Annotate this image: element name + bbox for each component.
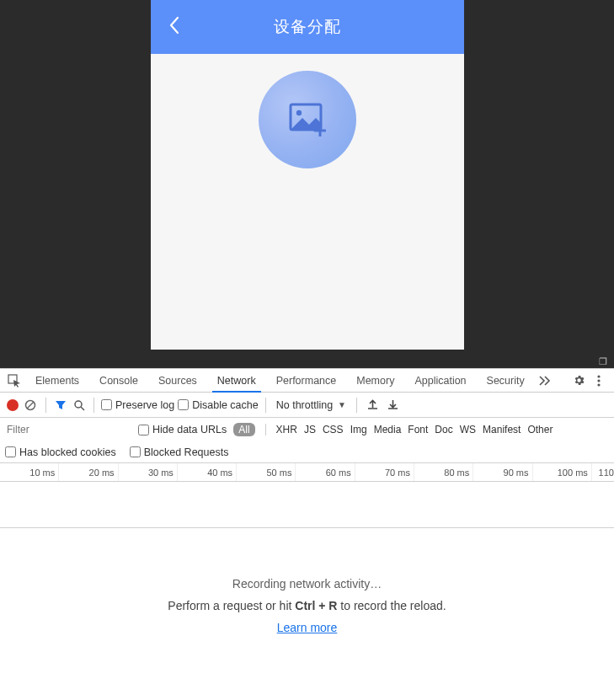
svg-point-5 [597, 375, 600, 377]
hide-data-urls-checkbox[interactable]: Hide data URLs [138, 424, 227, 435]
empty-state-pre: Perform a request or hit [168, 599, 295, 612]
timeline-ticks: 10 ms 20 ms 30 ms 40 ms 50 ms 60 ms 70 m… [0, 463, 614, 482]
blocked-requests-label: Blocked Requests [144, 446, 229, 458]
svg-point-7 [597, 383, 600, 386]
disable-cache-checkbox[interactable]: Disable cache [178, 399, 259, 411]
tab-memory[interactable]: Memory [346, 369, 404, 392]
filter-type-media[interactable]: Media [374, 424, 402, 435]
timeline-tick: 60 ms [296, 463, 355, 481]
filter-type-other[interactable]: Other [527, 424, 553, 435]
tab-application[interactable]: Application [404, 369, 476, 392]
tab-elements[interactable]: Elements [25, 369, 89, 392]
preserve-log-checkbox[interactable]: Preserve log [101, 399, 174, 411]
more-button[interactable] [589, 369, 609, 392]
upload-icon [367, 399, 378, 410]
filter-row-2: Has blocked cookies Blocked Requests [0, 441, 614, 463]
disable-cache-label: Disable cache [192, 399, 259, 411]
has-blocked-cookies-input[interactable] [5, 446, 16, 457]
upload-image-button[interactable] [259, 71, 356, 168]
shortcut-key: Ctrl + R [295, 599, 337, 612]
search-icon [73, 399, 85, 411]
inspect-icon [8, 374, 21, 387]
inspect-element-button[interactable] [3, 369, 25, 392]
timeline-tick: 10 ms [0, 463, 59, 481]
chevron-double-right-icon [539, 376, 551, 386]
timeline-tick: 80 ms [414, 463, 473, 481]
timeline-tick: 100 ms [533, 463, 592, 481]
throttling-select[interactable]: No throttling ▼ [273, 399, 350, 411]
filter-type-ws[interactable]: WS [460, 424, 476, 435]
divider [356, 398, 357, 413]
empty-state-heading: Recording network activity… [232, 577, 382, 590]
dock-icon[interactable]: ❐ [599, 356, 607, 367]
divider [265, 398, 266, 413]
svg-line-9 [27, 402, 34, 409]
timeline-tick: 30 ms [119, 463, 178, 481]
caret-down-icon: ▼ [338, 400, 346, 409]
filter-type-xhr[interactable]: XHR [276, 424, 297, 435]
import-har-button[interactable] [364, 399, 381, 410]
empty-state-subtext: Perform a request or hit Ctrl + R to rec… [168, 599, 446, 612]
network-toolbar: Preserve log Disable cache No throttling… [0, 393, 614, 418]
clear-icon [24, 399, 36, 411]
blocked-requests-input[interactable] [130, 446, 141, 457]
svg-point-1 [296, 110, 301, 115]
timeline-tick: 90 ms [473, 463, 532, 481]
mobile-frame: 设备分配 [151, 0, 464, 350]
devtools-tabbar: Elements Console Sources Network Perform… [0, 369, 614, 393]
preserve-log-input[interactable] [101, 399, 112, 410]
tab-console[interactable]: Console [89, 369, 148, 392]
throttling-label: No throttling [276, 399, 333, 411]
tab-security[interactable]: Security [477, 369, 535, 392]
divider [265, 424, 266, 435]
settings-button[interactable] [569, 369, 589, 392]
has-blocked-cookies-label: Has blocked cookies [19, 446, 116, 458]
mobile-header: 设备分配 [151, 0, 464, 54]
hide-data-urls-input[interactable] [138, 425, 149, 435]
divider [45, 398, 46, 413]
hide-data-urls-label: Hide data URLs [152, 424, 227, 435]
empty-state: Recording network activity… Perform a re… [0, 528, 614, 700]
gear-icon [573, 374, 585, 387]
blocked-requests-checkbox[interactable]: Blocked Requests [130, 446, 229, 458]
svg-line-11 [81, 407, 84, 410]
filter-row: Hide data URLs All XHR JS CSS Img Media … [0, 418, 614, 441]
clear-button[interactable] [22, 399, 39, 411]
disable-cache-input[interactable] [178, 399, 189, 410]
filter-type-manifest[interactable]: Manifest [483, 424, 521, 435]
filter-type-all[interactable]: All [233, 423, 254, 436]
download-icon [387, 399, 398, 410]
tab-sources[interactable]: Sources [148, 369, 207, 392]
learn-more-link[interactable]: Learn more [277, 621, 338, 634]
timeline-tick: 110 [592, 463, 614, 481]
timeline-tick: 50 ms [237, 463, 296, 481]
empty-state-post: to record the reload. [337, 599, 446, 612]
kebab-icon [597, 375, 601, 387]
devtools-panel: Elements Console Sources Network Perform… [0, 368, 614, 700]
chevron-left-icon [168, 16, 181, 35]
timeline-tick: 40 ms [178, 463, 237, 481]
export-har-button[interactable] [384, 399, 401, 410]
has-blocked-cookies-checkbox[interactable]: Has blocked cookies [5, 446, 116, 458]
back-button[interactable] [164, 15, 184, 35]
timeline-tick: 20 ms [59, 463, 118, 481]
tabs-overflow-button[interactable] [535, 369, 555, 392]
filter-type-css[interactable]: CSS [323, 424, 344, 435]
tab-network[interactable]: Network [207, 369, 266, 392]
tab-performance[interactable]: Performance [266, 369, 347, 392]
filter-type-font[interactable]: Font [408, 424, 428, 435]
filter-toggle-button[interactable] [53, 399, 68, 411]
funnel-icon [55, 399, 67, 411]
mobile-title: 设备分配 [274, 16, 341, 38]
filter-input[interactable] [5, 422, 131, 437]
search-button[interactable] [72, 399, 87, 411]
image-add-icon [289, 103, 326, 136]
timeline-overview[interactable]: 10 ms 20 ms 30 ms 40 ms 50 ms 60 ms 70 m… [0, 463, 614, 528]
filter-type-js[interactable]: JS [304, 424, 316, 435]
filter-type-doc[interactable]: Doc [435, 424, 452, 435]
record-button[interactable] [7, 399, 19, 411]
filter-type-img[interactable]: Img [350, 424, 367, 435]
svg-point-10 [75, 401, 82, 408]
timeline-tick: 70 ms [355, 463, 414, 481]
divider [93, 398, 94, 413]
